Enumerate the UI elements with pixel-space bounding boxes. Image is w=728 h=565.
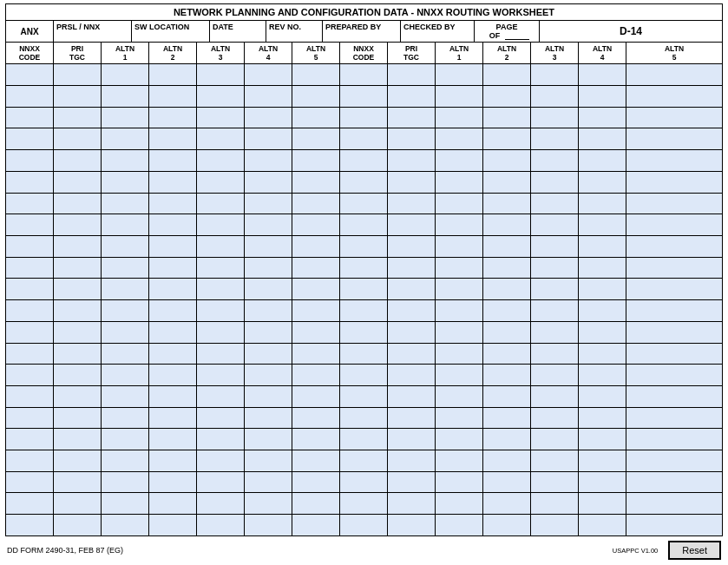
- data-cell[interactable]: [388, 300, 436, 321]
- data-cell[interactable]: [340, 322, 388, 343]
- data-cell[interactable]: [102, 258, 149, 279]
- data-cell[interactable]: [436, 236, 483, 257]
- data-cell[interactable]: [579, 172, 626, 193]
- data-cell[interactable]: [531, 344, 579, 365]
- data-cell[interactable]: [483, 64, 531, 85]
- data-cell[interactable]: [54, 408, 102, 429]
- data-cell[interactable]: [388, 172, 436, 193]
- data-cell[interactable]: [54, 86, 102, 107]
- data-cell[interactable]: [531, 365, 579, 385]
- data-cell[interactable]: [483, 365, 531, 385]
- data-cell[interactable]: [6, 322, 54, 343]
- data-cell[interactable]: [579, 279, 626, 299]
- data-cell[interactable]: [388, 236, 436, 257]
- data-cell[interactable]: [245, 515, 292, 535]
- data-cell[interactable]: [6, 429, 54, 450]
- data-cell[interactable]: [388, 86, 436, 107]
- data-cell[interactable]: [6, 214, 54, 235]
- data-cell[interactable]: [245, 64, 292, 85]
- data-cell[interactable]: [54, 429, 102, 450]
- data-cell[interactable]: [292, 408, 340, 429]
- data-cell[interactable]: [197, 150, 245, 171]
- data-cell[interactable]: [388, 408, 436, 429]
- data-cell[interactable]: [54, 386, 102, 407]
- data-cell[interactable]: [626, 108, 722, 128]
- data-cell[interactable]: [531, 300, 579, 321]
- data-cell[interactable]: [626, 150, 722, 171]
- data-cell[interactable]: [626, 365, 722, 385]
- data-cell[interactable]: [340, 408, 388, 429]
- data-cell[interactable]: [388, 322, 436, 343]
- data-cell[interactable]: [292, 172, 340, 193]
- data-cell[interactable]: [102, 214, 149, 235]
- data-cell[interactable]: [102, 408, 149, 429]
- data-cell[interactable]: [579, 408, 626, 429]
- data-cell[interactable]: [579, 300, 626, 321]
- data-cell[interactable]: [6, 150, 54, 171]
- data-cell[interactable]: [102, 429, 149, 450]
- data-cell[interactable]: [149, 150, 197, 171]
- data-cell[interactable]: [6, 194, 54, 214]
- data-cell[interactable]: [388, 386, 436, 407]
- data-cell[interactable]: [579, 322, 626, 343]
- data-cell[interactable]: [626, 258, 722, 279]
- data-cell[interactable]: [626, 64, 722, 85]
- data-cell[interactable]: [626, 194, 722, 214]
- data-cell[interactable]: [149, 194, 197, 214]
- data-cell[interactable]: [197, 172, 245, 193]
- data-cell[interactable]: [292, 64, 340, 85]
- data-cell[interactable]: [149, 172, 197, 193]
- data-cell[interactable]: [102, 279, 149, 299]
- data-cell[interactable]: [102, 64, 149, 85]
- data-cell[interactable]: [340, 108, 388, 128]
- data-cell[interactable]: [436, 279, 483, 299]
- data-cell[interactable]: [340, 172, 388, 193]
- data-cell[interactable]: [483, 258, 531, 279]
- data-cell[interactable]: [54, 493, 102, 514]
- data-cell[interactable]: [531, 408, 579, 429]
- data-cell[interactable]: [483, 386, 531, 407]
- data-cell[interactable]: [436, 86, 483, 107]
- data-cell[interactable]: [340, 150, 388, 171]
- data-cell[interactable]: [579, 64, 626, 85]
- data-cell[interactable]: [626, 172, 722, 193]
- data-cell[interactable]: [197, 450, 245, 471]
- data-cell[interactable]: [54, 258, 102, 279]
- data-cell[interactable]: [149, 279, 197, 299]
- data-cell[interactable]: [626, 236, 722, 257]
- data-cell[interactable]: [436, 515, 483, 535]
- data-cell[interactable]: [197, 214, 245, 235]
- data-cell[interactable]: [292, 258, 340, 279]
- data-cell[interactable]: [54, 236, 102, 257]
- data-cell[interactable]: [6, 86, 54, 107]
- data-cell[interactable]: [149, 429, 197, 450]
- data-cell[interactable]: [388, 108, 436, 128]
- data-cell[interactable]: [149, 365, 197, 385]
- data-cell[interactable]: [292, 322, 340, 343]
- data-cell[interactable]: [388, 515, 436, 535]
- data-cell[interactable]: [197, 429, 245, 450]
- data-cell[interactable]: [388, 128, 436, 149]
- data-cell[interactable]: [197, 86, 245, 107]
- data-cell[interactable]: [388, 472, 436, 493]
- data-cell[interactable]: [54, 128, 102, 149]
- data-cell[interactable]: [531, 258, 579, 279]
- data-cell[interactable]: [340, 194, 388, 214]
- data-cell[interactable]: [6, 128, 54, 149]
- data-cell[interactable]: [340, 214, 388, 235]
- data-cell[interactable]: [54, 108, 102, 128]
- data-cell[interactable]: [579, 236, 626, 257]
- data-cell[interactable]: [197, 515, 245, 535]
- data-cell[interactable]: [388, 150, 436, 171]
- data-cell[interactable]: [531, 493, 579, 514]
- data-cell[interactable]: [388, 279, 436, 299]
- data-cell[interactable]: [149, 493, 197, 514]
- data-cell[interactable]: [102, 365, 149, 385]
- data-cell[interactable]: [579, 108, 626, 128]
- data-cell[interactable]: [197, 472, 245, 493]
- data-cell[interactable]: [245, 322, 292, 343]
- data-cell[interactable]: [626, 214, 722, 235]
- data-cell[interactable]: [579, 214, 626, 235]
- data-cell[interactable]: [531, 236, 579, 257]
- data-cell[interactable]: [579, 429, 626, 450]
